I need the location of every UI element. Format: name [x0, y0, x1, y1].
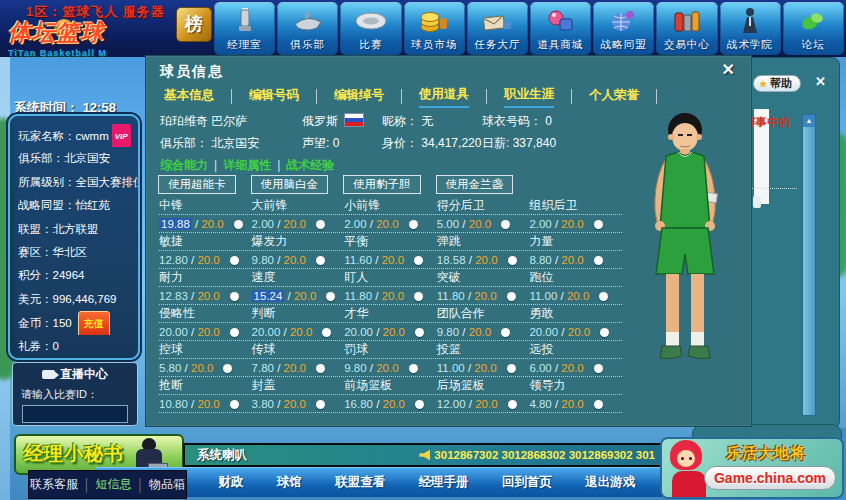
reputation-value: 0	[333, 136, 340, 150]
stat-radio[interactable]	[508, 256, 517, 265]
stat-value-cell: 12.80 / 20.0	[159, 254, 252, 266]
nav-item-trade[interactable]: 交易中心	[656, 2, 717, 55]
dialog-tab-3[interactable]: 编辑绰号	[334, 86, 384, 107]
stat-max: 20.0	[284, 398, 306, 410]
stat-radio[interactable]	[594, 364, 603, 373]
stat-slash: /	[552, 254, 562, 266]
tasks-icon	[482, 4, 512, 38]
nav-item-academy[interactable]: 战术学院	[720, 2, 781, 55]
stat-value-cell: 5.00 / 20.0	[437, 218, 530, 230]
stat-radio[interactable]	[501, 328, 510, 337]
club-value: 北京国安	[211, 136, 259, 150]
account-field: 玩家名称：cwmmVIP	[18, 124, 138, 147]
bottom-menu-arena[interactable]: 球馆	[277, 474, 302, 491]
account-field: 积分：24964	[18, 264, 138, 287]
stat-radio[interactable]	[230, 328, 239, 337]
nav-item-trophy[interactable]: 经理室	[214, 2, 275, 55]
stat-radio[interactable]	[316, 364, 325, 373]
stat-radio[interactable]	[414, 256, 423, 265]
stat-radio[interactable]	[326, 292, 335, 301]
stat-radio[interactable]	[415, 400, 424, 409]
stat-value: 2.00	[344, 218, 366, 230]
help-scrollbar[interactable]	[802, 114, 816, 416]
use-item-button-1[interactable]: 使用超能卡	[158, 175, 236, 194]
nav-item-stadium[interactable]: 比赛	[340, 2, 401, 55]
bottom-menu-exit-game[interactable]: 退出游戏	[585, 474, 635, 491]
stat-radio[interactable]	[508, 400, 517, 409]
stat-radio[interactable]	[507, 292, 516, 301]
stat-radio[interactable]	[599, 292, 608, 301]
stats-grid: 中锋大前锋小前锋得分后卫组织后卫19.88 / 20.02.00 / 20.02…	[159, 197, 622, 413]
ranking-button[interactable]: 榜	[176, 7, 212, 42]
stat-radio[interactable]	[507, 364, 516, 373]
dialog-tab-6[interactable]: 个人荣誉	[589, 86, 639, 107]
use-item-button-3[interactable]: 使用豹子胆	[343, 175, 421, 194]
logo-subtitle: TiTan Basketball M	[8, 48, 168, 58]
nav-item-tasks[interactable]: 任务大厅	[467, 2, 528, 55]
ad-brand-link[interactable]: Game.china.com	[704, 466, 836, 490]
match-id-prompt: 请输入比赛ID：	[13, 383, 137, 402]
system-time-value: 12:58	[83, 100, 116, 115]
stat-radio[interactable]	[230, 292, 239, 301]
stat-radio[interactable]	[501, 220, 510, 229]
use-item-button-2[interactable]: 使用脑白金	[251, 175, 329, 194]
logo-title: 体坛篮球	[8, 17, 168, 48]
detail-attributes-link[interactable]: 详细属性	[223, 158, 271, 172]
stat-label: 爆发力	[252, 233, 345, 250]
stat-radio[interactable]	[230, 400, 239, 409]
stat-radio[interactable]	[316, 400, 325, 409]
bottom-menu-league-view[interactable]: 联盟查看	[335, 474, 385, 491]
match-id-input[interactable]	[22, 405, 128, 423]
stat-radio[interactable]	[594, 400, 603, 409]
nav-item-alliance[interactable]: 战略同盟	[593, 2, 654, 55]
stat-radio[interactable]	[600, 328, 609, 337]
contact-support-link[interactable]: 联系客服	[30, 476, 78, 493]
nav-item-mall[interactable]: 道具商城	[530, 2, 591, 55]
recharge-button[interactable]: 充值	[78, 311, 110, 334]
stat-radio[interactable]	[234, 220, 243, 229]
stat-radio[interactable]	[415, 328, 424, 337]
stat-value-cell: 4.80 / 20.0	[529, 398, 622, 410]
dialog-close-icon[interactable]: ✕	[722, 60, 735, 79]
main-nav: 经理室俱乐部比赛球员市场任务大厅道具商城战略同盟交易中心战术学院论坛	[213, 1, 845, 57]
stat-radio[interactable]	[409, 364, 418, 373]
stat-radio[interactable]	[322, 328, 331, 337]
dialog-tab-4[interactable]: 使用道具	[419, 85, 469, 108]
ad-game-title: 乐活大地将	[726, 444, 806, 463]
stat-radio[interactable]	[230, 256, 239, 265]
messages-link[interactable]: 短信息	[96, 476, 132, 493]
overall-ability-link[interactable]: 综合能力	[160, 158, 208, 172]
dialog-title: 球员信息	[160, 63, 224, 81]
bottom-menu-home[interactable]: 回到首页	[502, 474, 552, 491]
stat-radio[interactable]	[414, 292, 423, 301]
stat-value: 19.88	[159, 218, 192, 230]
stat-max: 20.0	[475, 398, 497, 410]
tactic-experience-link[interactable]: 战术经验	[286, 158, 334, 172]
account-field-value: 北方联盟	[53, 223, 99, 235]
help-close-icon[interactable]: ✕	[815, 74, 826, 89]
bottom-menu-finance[interactable]: 财政	[219, 474, 244, 491]
stat-max: 20.0	[197, 290, 219, 302]
use-item-button-4[interactable]: 使用金兰盏	[436, 175, 514, 194]
stat-value: 10.80	[159, 398, 188, 410]
dialog-tab-2[interactable]: 编辑号码	[249, 86, 299, 107]
stat-slash: /	[557, 290, 567, 302]
nav-item-forum[interactable]: 论坛	[783, 2, 844, 55]
nav-item-club[interactable]: 俱乐部	[277, 2, 338, 55]
stat-radio[interactable]	[223, 364, 232, 373]
stat-radio[interactable]	[409, 220, 418, 229]
stat-radio[interactable]	[316, 256, 325, 265]
help-button[interactable]: ★ 帮助	[753, 75, 801, 92]
dialog-tab-5[interactable]: 职业生涯	[504, 85, 554, 108]
dialog-tab-1[interactable]: 基本信息	[164, 86, 214, 107]
stat-value-cell: 20.00 / 20.0	[159, 326, 252, 338]
ad-banner[interactable]: 乐活大地将 Game.china.com	[660, 437, 844, 499]
bottom-menu-manager-manual[interactable]: 经理手册	[419, 474, 469, 491]
nav-item-market[interactable]: 球员市场	[404, 2, 465, 55]
stat-max: 20.0	[197, 398, 219, 410]
stat-radio[interactable]	[594, 220, 603, 229]
stat-radio[interactable]	[594, 256, 603, 265]
account-field-value: 996,446,769	[53, 293, 117, 305]
stat-radio[interactable]	[316, 220, 325, 229]
item-box-link[interactable]: 物品箱	[149, 476, 185, 493]
